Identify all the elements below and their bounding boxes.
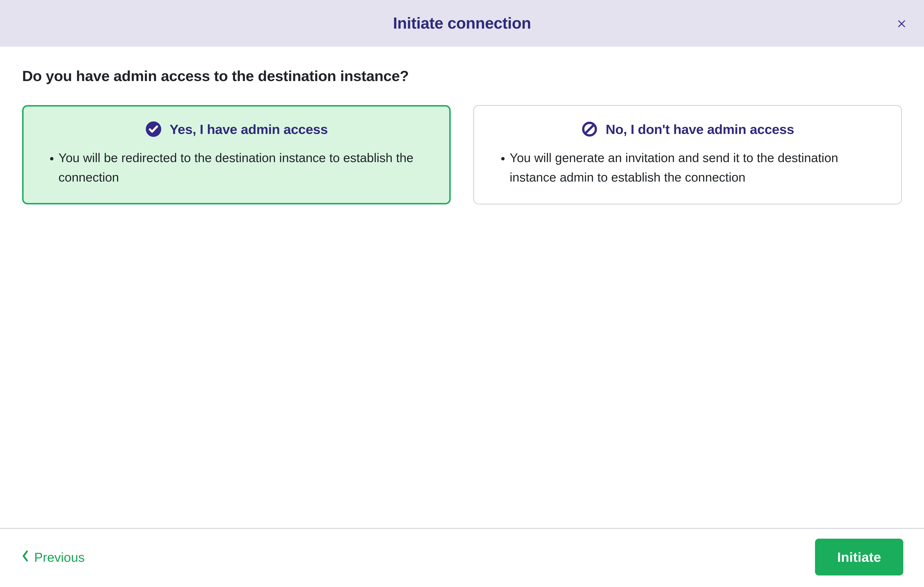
dialog-title: Initiate connection <box>393 14 531 32</box>
initiate-connection-dialog: Initiate connection Do you have admin ac… <box>0 0 924 587</box>
chevron-left-icon <box>21 550 29 565</box>
svg-line-2 <box>585 125 594 133</box>
admin-access-question: Do you have admin access to the destinat… <box>22 67 902 84</box>
option-no-admin-access[interactable]: No, I don't have admin access You will g… <box>473 105 902 204</box>
option-yes-title: Yes, I have admin access <box>170 122 328 137</box>
initiate-button[interactable]: Initiate <box>815 539 903 575</box>
options-row: Yes, I have admin access You will be red… <box>22 105 902 204</box>
option-no-bullets: You will generate an invitation and send… <box>488 148 887 187</box>
option-yes-bullet: You will be redirected to the destinatio… <box>58 148 431 187</box>
option-yes-header: Yes, I have admin access <box>37 121 436 138</box>
close-icon <box>896 26 907 30</box>
previous-label: Previous <box>34 550 85 565</box>
option-no-title: No, I don't have admin access <box>606 122 794 137</box>
dialog-body: Do you have admin access to the destinat… <box>0 47 924 528</box>
dialog-header: Initiate connection <box>0 0 924 47</box>
prohibited-icon <box>581 121 598 138</box>
close-button[interactable] <box>894 16 909 31</box>
option-yes-bullets: You will be redirected to the destinatio… <box>37 148 436 187</box>
option-no-bullet: You will generate an invitation and send… <box>510 148 882 187</box>
option-yes-admin-access[interactable]: Yes, I have admin access You will be red… <box>22 105 451 204</box>
option-no-header: No, I don't have admin access <box>488 121 887 138</box>
check-circle-icon <box>145 121 162 138</box>
dialog-footer: Previous Initiate <box>0 528 924 587</box>
previous-button[interactable]: Previous <box>21 548 86 567</box>
